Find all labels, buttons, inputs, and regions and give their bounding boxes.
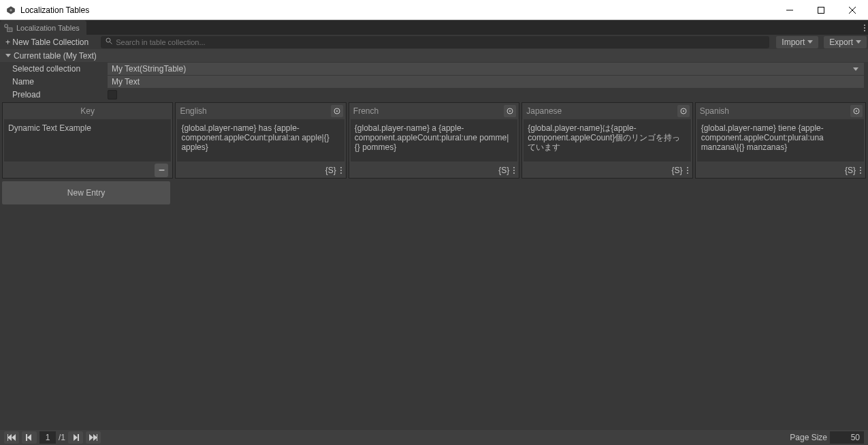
svg-marker-23 <box>27 434 31 441</box>
svg-point-13 <box>336 110 338 112</box>
name-row: Name <box>0 75 868 88</box>
tab-localization-tables[interactable]: Localization Tables <box>0 20 86 35</box>
cell-options-button[interactable] <box>513 167 515 174</box>
export-label: Export <box>829 37 853 47</box>
locale-context-button[interactable] <box>850 105 863 117</box>
pagination-bar: /1 Page Size <box>0 430 868 445</box>
french-label: French <box>353 106 379 116</box>
new-entry-button[interactable]: New Entry <box>2 181 170 204</box>
window-titlebar: Localization Tables <box>0 0 868 20</box>
remove-entry-button[interactable]: − <box>155 164 168 177</box>
svg-line-11 <box>110 42 112 44</box>
tab-options-button[interactable] <box>864 20 865 35</box>
preload-checkbox[interactable] <box>108 90 117 99</box>
svg-rect-26 <box>78 434 79 441</box>
first-page-button[interactable] <box>4 431 19 444</box>
page-size-input[interactable] <box>830 431 864 444</box>
name-label: Name <box>12 77 101 87</box>
japanese-column: Japanese {global.player-name}は{apple-com… <box>521 102 692 179</box>
preload-row: Preload <box>0 88 868 101</box>
svg-rect-24 <box>26 434 27 441</box>
english-cell[interactable]: {global.player-name} has {apple-componen… <box>177 119 344 162</box>
japanese-header: Japanese <box>522 103 692 119</box>
current-table-header[interactable]: Current table (My Text) <box>0 49 868 62</box>
name-field[interactable] <box>108 76 864 88</box>
selected-collection-dropdown[interactable]: My Text(StringTable) <box>108 63 864 75</box>
spanish-cell[interactable]: {global.player-name} tiene {apple-compon… <box>697 119 864 162</box>
close-button[interactable] <box>837 0 868 20</box>
window-title: Localization Tables <box>20 5 89 15</box>
svg-rect-29 <box>97 434 97 441</box>
spanish-column: Spanish {global.player-name} tiene {appl… <box>695 102 866 179</box>
svg-point-6 <box>5 24 8 27</box>
smart-format-tag[interactable]: {S} <box>672 166 683 175</box>
name-input[interactable] <box>112 77 860 87</box>
prev-page-button[interactable] <box>22 431 37 444</box>
minimize-button[interactable] <box>774 0 805 20</box>
foldout-icon <box>5 54 11 57</box>
preload-label: Preload <box>12 90 101 99</box>
spanish-header: Spanish <box>696 103 865 119</box>
english-label: English <box>180 106 206 116</box>
key-header: Key <box>3 103 172 119</box>
locale-context-button[interactable] <box>504 105 516 117</box>
selected-collection-row: Selected collection My Text(StringTable) <box>0 62 868 75</box>
locale-context-button[interactable] <box>677 105 690 117</box>
export-button[interactable]: Export <box>824 36 867 48</box>
app-icon <box>5 5 16 16</box>
chevron-down-icon <box>856 40 861 44</box>
search-input[interactable] <box>116 38 765 46</box>
french-header: French <box>349 103 519 119</box>
table-row: Key Dynamic Text Example − English {glob… <box>0 101 868 179</box>
import-label: Import <box>782 37 805 47</box>
svg-marker-22 <box>12 434 16 441</box>
localization-icon <box>3 22 14 33</box>
english-column: English {global.player-name} has {apple-… <box>175 102 346 179</box>
svg-point-19 <box>856 110 857 112</box>
smart-format-tag[interactable]: {S} <box>845 166 856 175</box>
locale-context-button[interactable] <box>331 105 343 117</box>
empty-area <box>0 207 868 430</box>
svg-point-1 <box>10 9 12 12</box>
page-size-label: Page Size <box>790 433 827 442</box>
chevron-down-icon <box>807 40 813 44</box>
page-total: /1 <box>59 433 65 442</box>
cell-options-button[interactable] <box>340 167 342 174</box>
selected-collection-label: Selected collection <box>12 64 101 74</box>
toolbar: + New Table Collection Import Export <box>0 35 868 49</box>
svg-marker-25 <box>74 434 78 441</box>
selected-collection-value: My Text(StringTable) <box>112 64 186 74</box>
svg-point-10 <box>106 38 110 42</box>
current-table-label: Current table (My Text) <box>14 51 97 61</box>
import-button[interactable]: Import <box>776 36 818 48</box>
tab-bar: Localization Tables <box>0 20 868 35</box>
key-cell[interactable]: Dynamic Text Example <box>4 119 171 162</box>
smart-format-tag[interactable]: {S} <box>498 166 509 175</box>
svg-point-17 <box>683 110 684 112</box>
cell-options-button[interactable] <box>860 167 861 174</box>
svg-rect-21 <box>7 434 8 441</box>
page-number-input[interactable] <box>39 431 56 444</box>
smart-format-tag[interactable]: {S} <box>325 166 336 175</box>
search-field[interactable] <box>101 36 769 48</box>
tab-label: Localization Tables <box>16 24 80 32</box>
french-column: French {global.player-name} a {apple-com… <box>349 102 519 179</box>
table-area: Key Dynamic Text Example − English {glob… <box>0 101 868 430</box>
french-cell[interactable]: {global.player-name} a {apple-component.… <box>351 119 517 162</box>
japanese-cell[interactable]: {global.player-name}は{apple-component.ap… <box>524 119 690 162</box>
japanese-label: Japanese <box>526 106 562 116</box>
svg-point-15 <box>509 110 511 112</box>
new-table-collection-button[interactable]: + New Table Collection <box>0 35 94 49</box>
maximize-button[interactable] <box>805 0 837 20</box>
last-page-button[interactable] <box>86 431 101 444</box>
search-icon <box>105 37 113 47</box>
key-column: Key Dynamic Text Example − <box>2 102 173 179</box>
spanish-label: Spanish <box>700 106 729 116</box>
svg-rect-3 <box>818 7 824 13</box>
next-page-button[interactable] <box>68 431 83 444</box>
english-header: English <box>176 103 345 119</box>
cell-options-button[interactable] <box>687 167 688 174</box>
svg-marker-27 <box>89 434 93 441</box>
